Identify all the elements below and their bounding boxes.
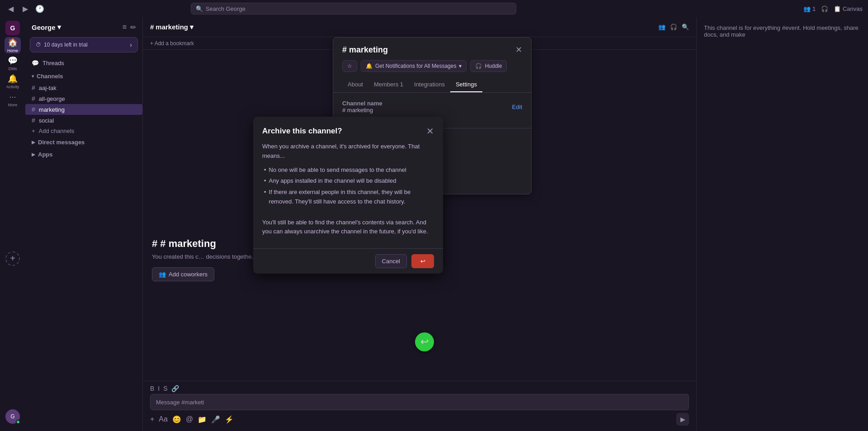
- trial-arrow: ›: [130, 41, 132, 48]
- notifications-button[interactable]: 🔔 Get Notifications for All Messages ▾: [361, 60, 467, 72]
- right-panel: This channel is for everything #event. H…: [696, 17, 868, 431]
- sidebar-channel-aaj-tak[interactable]: # aaj-tak: [25, 82, 142, 93]
- bold-button[interactable]: B: [150, 385, 154, 392]
- more-nav-item[interactable]: ··· More: [5, 91, 21, 108]
- tab-settings[interactable]: Settings: [450, 77, 482, 92]
- huddle-button[interactable]: 🎧 Huddle: [470, 60, 507, 72]
- italic-button[interactable]: I: [158, 385, 160, 392]
- workspace-name[interactable]: George ▾: [32, 23, 61, 31]
- workspace-chevron: ▾: [57, 23, 61, 31]
- dms-icon: 💬: [8, 56, 18, 66]
- sidebar-item-threads[interactable]: 💬 Threads: [25, 58, 142, 68]
- send-icon: ▶: [680, 416, 685, 423]
- timer-icon: ⏱: [36, 42, 41, 48]
- bullet-2: Any apps installed in the channel will b…: [264, 176, 434, 186]
- search-channel-icon[interactable]: 🔍: [682, 24, 689, 30]
- search-bar[interactable]: 🔍 Search George: [191, 3, 516, 14]
- details-close-button[interactable]: ✕: [515, 45, 522, 55]
- bullet-3: If there are external people in this cha…: [264, 188, 434, 207]
- huddle-icon: 🎧: [475, 63, 482, 69]
- hash-icon: #: [32, 117, 35, 124]
- compose-icon[interactable]: ✏: [130, 23, 136, 32]
- apps-chevron: ▶: [32, 152, 35, 157]
- members-icon[interactable]: 👥: [658, 24, 665, 30]
- icon-rail: G 🏠 Home 💬 DMs 🔔 Activity ··· More + G: [0, 17, 25, 431]
- sidebar-header: George ▾ ≡ ✏: [25, 17, 142, 37]
- channel-chevron[interactable]: ▾: [190, 23, 193, 31]
- headphone-icon[interactable]: 🎧: [821, 5, 828, 12]
- user-avatar[interactable]: G: [5, 409, 20, 424]
- home-icon: 🏠: [8, 38, 18, 47]
- tab-integrations[interactable]: Integrations: [409, 77, 450, 92]
- filter-icon[interactable]: ≡: [123, 23, 127, 32]
- emoji-icon[interactable]: 😊: [172, 415, 181, 424]
- dialog-body: When you archive a channel, it's archive…: [253, 142, 443, 248]
- shortcuts-icon[interactable]: ⚡: [225, 415, 234, 424]
- tab-about[interactable]: About: [342, 77, 368, 92]
- input-area: B I S 🔗 Message #marketi + Aa 😊 @ 📁 🎤 ⚡ …: [143, 381, 696, 431]
- channel-header: # marketing ▾ 👥 🎧 🔍: [143, 17, 696, 37]
- attach-icon[interactable]: +: [150, 415, 154, 423]
- hash-big: #: [152, 238, 160, 249]
- workspace-avatar[interactable]: G: [5, 21, 20, 35]
- search-placeholder: Search George: [206, 5, 245, 12]
- archive-spinner: ↩: [420, 258, 425, 265]
- add-bookmark-label[interactable]: + Add a bookmark: [150, 40, 194, 47]
- files-icon[interactable]: 📁: [198, 415, 207, 424]
- huddle-icon[interactable]: 🎧: [670, 24, 677, 30]
- channel-name-value: # marketing: [342, 107, 382, 114]
- archive-dialog: Archive this channel? ✕ When you archive…: [253, 117, 443, 274]
- top-right-actions: 👥 1 🎧 📋 Canvas: [803, 5, 863, 12]
- dialog-title: Archive this channel?: [262, 127, 342, 136]
- text-format-icon[interactable]: Aa: [159, 415, 168, 423]
- sidebar-channel-all-george[interactable]: # all-george: [25, 93, 142, 104]
- details-tabs: About Members 1 Integrations Settings: [333, 77, 531, 93]
- dm-group-header[interactable]: ▶ Direct messages: [25, 136, 142, 148]
- chat-add-coworkers-button[interactable]: 👥 Add coworkers: [152, 267, 214, 281]
- sidebar-channel-marketing[interactable]: # marketing: [25, 104, 142, 115]
- cursor-indicator: ↩: [415, 332, 434, 351]
- hash-icon: #: [32, 84, 35, 91]
- trial-banner[interactable]: ⏱ 10 days left in trial ›: [30, 37, 138, 52]
- tab-members[interactable]: Members 1: [368, 77, 409, 92]
- link-button[interactable]: 🔗: [171, 385, 179, 392]
- bullet-1: No one will be able to send messages to …: [264, 166, 434, 175]
- activity-icon: 🔔: [8, 74, 18, 84]
- channels-group-header[interactable]: ▾ Channels: [25, 70, 142, 82]
- right-panel-text: This channel is for everything #event. H…: [704, 24, 861, 38]
- trial-text: ⏱ 10 days left in trial: [36, 42, 88, 48]
- channel-top-actions: 👥 🎧 🔍: [658, 24, 689, 30]
- activity-nav-item[interactable]: 🔔 Activity: [5, 73, 21, 90]
- history-button[interactable]: 🕐: [34, 3, 45, 14]
- details-panel-title: # marketing: [342, 45, 388, 55]
- mention-icon[interactable]: @: [186, 415, 193, 423]
- canvas-button[interactable]: 📋 Canvas: [834, 5, 863, 12]
- search-icon: 🔍: [196, 5, 203, 12]
- add-workspace-button[interactable]: +: [5, 251, 20, 266]
- top-bar: ◀ ▶ 🕐 🔍 Search George 👥 1 🎧 📋 Canvas: [0, 0, 868, 17]
- back-button[interactable]: ◀: [5, 3, 16, 14]
- hash-icon: #: [32, 95, 35, 102]
- home-nav-item[interactable]: 🏠 Home: [5, 37, 21, 53]
- cancel-button[interactable]: Cancel: [375, 254, 407, 268]
- star-button[interactable]: ☆: [342, 60, 357, 72]
- sidebar-channel-social[interactable]: # social: [25, 115, 142, 126]
- archive-confirm-button[interactable]: ↩: [411, 254, 434, 268]
- status-dot: [16, 420, 20, 424]
- strikethrough-button[interactable]: S: [163, 385, 167, 392]
- send-button[interactable]: ▶: [676, 413, 689, 426]
- dm-chevron: ▶: [32, 140, 35, 145]
- dialog-bullets: No one will be able to send messages to …: [262, 166, 434, 207]
- apps-group-header[interactable]: ▶ Apps: [25, 148, 142, 161]
- message-input[interactable]: Message #marketi: [150, 394, 689, 410]
- add-channels-button[interactable]: + Add channels: [25, 126, 142, 136]
- add-icon: 👥: [159, 271, 166, 278]
- forward-button[interactable]: ▶: [20, 3, 31, 14]
- threads-icon: 💬: [32, 60, 39, 66]
- dialog-close-button[interactable]: ✕: [426, 126, 434, 137]
- hash-icon: #: [32, 106, 35, 113]
- edit-channel-name-button[interactable]: Edit: [512, 104, 522, 110]
- dms-nav-item[interactable]: 💬 DMs: [5, 55, 21, 71]
- audio-icon[interactable]: 🎤: [211, 415, 220, 424]
- sidebar-icon-group: ≡ ✏: [123, 23, 136, 32]
